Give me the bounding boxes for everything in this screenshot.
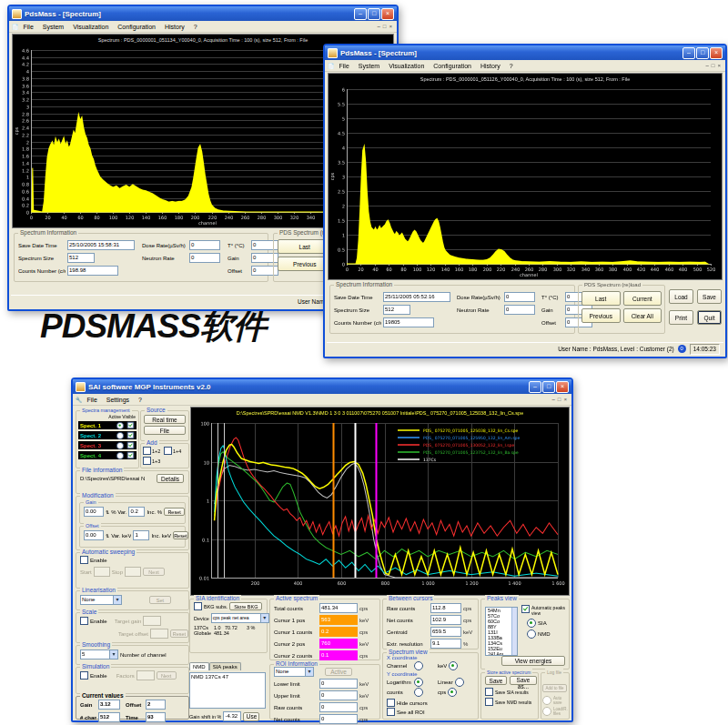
cps-radio[interactable]	[448, 688, 457, 697]
spectrum-row-spect-1[interactable]: Spect. 1	[78, 421, 136, 429]
counts-radio[interactable]	[414, 688, 423, 697]
field-value[interactable]: 481.34	[319, 603, 358, 613]
current-button[interactable]: Current	[623, 291, 662, 306]
view-energies-button[interactable]: View energies	[501, 656, 565, 666]
linear-radio[interactable]	[455, 678, 464, 687]
field-value[interactable]: 0	[319, 679, 358, 689]
mdi-close-icon[interactable]: ×	[563, 397, 567, 402]
field-value[interactable]: 512	[383, 305, 410, 315]
save-sia-results-checkbox[interactable]	[485, 688, 493, 696]
minimize-button[interactable]: –	[682, 47, 695, 59]
nmd-radio[interactable]	[527, 629, 536, 639]
close-button[interactable]: ×	[710, 47, 723, 59]
visible-checkbox[interactable]	[127, 422, 134, 428]
menu-item-visualization[interactable]: Visualization	[384, 63, 429, 69]
visible-checkbox[interactable]	[127, 452, 134, 458]
device-select[interactable]: cps peak net area	[211, 613, 269, 623]
store-bkg-button[interactable]: Store BKG	[229, 602, 262, 610]
mdi-restore-icon[interactable]: □	[712, 63, 715, 68]
menu-item-history[interactable]: History	[160, 24, 189, 30]
file-button[interactable]: File	[144, 426, 186, 435]
roi-select[interactable]: None	[274, 667, 314, 677]
scrollbar[interactable]	[511, 608, 517, 655]
menu-item-[interactable]: ?	[505, 63, 518, 69]
active-radio[interactable]	[116, 442, 124, 449]
field-value[interactable]: 198.98	[67, 266, 118, 276]
visible-checkbox[interactable]	[127, 442, 134, 448]
field-value[interactable]: 760	[319, 639, 358, 649]
menu-item-configuration[interactable]: Configuration	[113, 24, 160, 30]
title-bar[interactable]: SAI software MGP Instruments v2.0 –□×	[73, 379, 571, 394]
menu-item-file[interactable]: File	[19, 24, 38, 30]
maximize-button[interactable]: □	[696, 47, 709, 59]
field-value[interactable]: 112.8	[430, 603, 461, 613]
menu-item-settings[interactable]: Settings	[102, 397, 134, 403]
mdi-minimize-icon[interactable]: –	[706, 63, 709, 68]
linearisation-select[interactable]: None	[80, 595, 122, 605]
scale-enable-checkbox[interactable]	[80, 617, 88, 625]
gain-reset-button[interactable]: Reset	[164, 508, 185, 516]
real-time-button[interactable]: Real time	[144, 415, 186, 424]
offset-inc-value[interactable]: 1	[133, 530, 149, 540]
visible-checkbox[interactable]	[127, 432, 134, 438]
spectrum-row-spect-2[interactable]: Spect. 2	[78, 431, 136, 439]
field-value[interactable]: 25/10/2005 15:58:31	[67, 240, 135, 250]
save-button[interactable]: Save	[697, 289, 722, 304]
save-button[interactable]: Save	[485, 676, 507, 685]
active-radio[interactable]	[116, 452, 124, 459]
active-radio[interactable]	[116, 432, 124, 439]
field-value[interactable]: 0.1	[319, 650, 358, 660]
field-value[interactable]: 0.2	[319, 627, 358, 637]
field-value[interactable]: 0	[189, 253, 220, 263]
use-button[interactable]: Use	[243, 712, 259, 721]
field-value[interactable]: 0	[319, 690, 358, 700]
bkg-subs-checkbox[interactable]	[194, 602, 202, 610]
field-value[interactable]: 659.5	[430, 627, 461, 637]
kev-radio[interactable]	[449, 661, 458, 670]
add-checkbox-1-3[interactable]	[143, 457, 151, 465]
save-nmd-results-checkbox[interactable]	[485, 698, 493, 706]
sia-radio[interactable]	[527, 619, 536, 628]
mdi-minimize-icon[interactable]: –	[378, 24, 380, 29]
title-bar[interactable]: PdsMass - [Spectrum] –□×	[325, 45, 725, 60]
gain-inc-value[interactable]: 0.2	[128, 507, 145, 517]
field-value[interactable]: 0	[504, 292, 535, 302]
maximize-button[interactable]: □	[368, 8, 380, 20]
tab-sia-peaks[interactable]: SIA peaks	[209, 662, 241, 670]
peaks-listbox[interactable]: 54Mn57Co60Co88Y131I133Ba134Cs152Eu241Am1…	[485, 607, 518, 656]
menu-item-file[interactable]: File	[83, 397, 102, 403]
automatic-peaks-view-checkbox[interactable]	[521, 605, 530, 613]
mdi-close-icon[interactable]: ×	[389, 24, 392, 29]
field-value[interactable]: 0	[189, 240, 220, 250]
add-checkbox-1-4[interactable]	[164, 447, 172, 455]
add-checkbox-1-2[interactable]	[143, 447, 151, 455]
menu-item-system[interactable]: System	[354, 63, 384, 69]
active-radio[interactable]	[116, 422, 124, 429]
logarithm-radio[interactable]	[414, 678, 423, 687]
menu-item-[interactable]: ?	[189, 24, 202, 30]
mdi-minimize-icon[interactable]: –	[552, 397, 555, 402]
spectrum-row-spect-4[interactable]: Spect. 4	[78, 451, 136, 459]
menu-item-system[interactable]: System	[38, 24, 68, 30]
title-bar[interactable]: PdsMass - [Spectrum] –□×	[9, 6, 397, 21]
tab-nmd[interactable]: NMD	[189, 662, 209, 670]
mdi-close-icon[interactable]: ×	[717, 63, 721, 68]
spectrum-row-spect-3[interactable]: Spect. 3	[78, 441, 136, 449]
field-value[interactable]: 9.1	[430, 639, 461, 649]
print-button[interactable]: Print	[669, 310, 693, 325]
sweeping-enable-checkbox[interactable]	[80, 556, 88, 564]
menu-item-file[interactable]: File	[335, 63, 354, 69]
simulation-enable-checkbox[interactable]	[80, 671, 88, 680]
minimize-button[interactable]: –	[529, 381, 541, 393]
details-button[interactable]: Details	[157, 474, 184, 483]
minimize-button[interactable]: –	[354, 8, 367, 20]
field-value[interactable]: 0	[319, 702, 358, 712]
gain-value[interactable]: 0.00	[84, 507, 104, 517]
hide-cursors-checkbox[interactable]	[387, 699, 395, 707]
gain-shift-value[interactable]: -4.32	[223, 711, 241, 721]
menu-item-[interactable]: ?	[134, 397, 147, 403]
mdi-restore-icon[interactable]: □	[558, 397, 561, 402]
quit-button[interactable]: Quit	[697, 310, 722, 325]
load-button[interactable]: Load	[669, 289, 693, 304]
previous-button[interactable]: Previous	[581, 308, 621, 323]
